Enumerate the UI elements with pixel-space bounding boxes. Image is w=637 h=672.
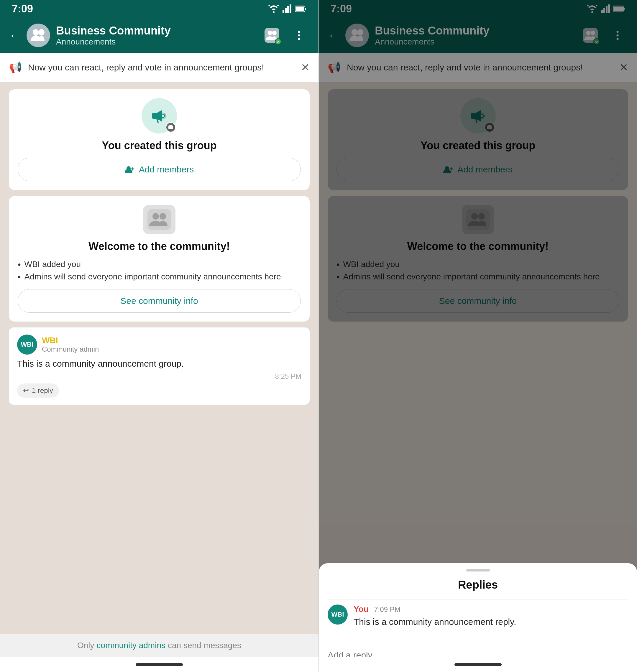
bottom-bar-left: Only community admins can send messages — [0, 634, 318, 657]
svg-rect-6 — [295, 6, 304, 11]
reply-count-left: 1 reply — [32, 386, 53, 395]
reply-avatar-initials: WBI — [331, 611, 344, 618]
wifi-icon — [268, 5, 279, 13]
sender-initials-left: WBI — [21, 341, 34, 348]
svg-point-9 — [38, 29, 44, 35]
status-bar-left: 7:09 — [0, 0, 318, 18]
sender-info-left: WBI Community admin — [42, 336, 99, 353]
svg-point-13 — [298, 31, 300, 33]
reply-btn-left[interactable]: ↩ 1 reply — [17, 384, 59, 398]
header-left: ← Business Community Announcements — [0, 18, 318, 53]
reply-item: WBI You 7:09 PM This is a community anno… — [328, 599, 628, 633]
welcome-icon-left — [143, 205, 176, 234]
home-pill-right — [454, 663, 502, 666]
banner-text-left: Now you can react, reply and vote in ann… — [28, 61, 295, 74]
svg-rect-1 — [285, 8, 287, 13]
see-community-label-left: See community info — [120, 296, 198, 306]
group-icon-circle-left — [142, 98, 177, 133]
green-check-left — [275, 38, 281, 45]
reply-content: You 7:09 PM This is a community announce… — [353, 604, 516, 628]
svg-rect-19 — [147, 209, 171, 230]
add-members-label-left: Add members — [139, 165, 194, 174]
banner-close-left[interactable]: ✕ — [301, 61, 310, 74]
left-panel: 7:09 ← Business Community Announcements — [0, 0, 318, 672]
svg-point-12 — [272, 31, 277, 35]
back-button-left[interactable]: ← — [9, 29, 21, 42]
bottom-prefix-left: Only — [77, 641, 94, 650]
sender-avatar-left: WBI — [17, 335, 37, 355]
svg-rect-2 — [287, 6, 289, 13]
svg-point-14 — [298, 35, 300, 37]
replies-sheet: Replies WBI You 7:09 PM This is a commun… — [319, 563, 637, 672]
reply-header-row: You 7:09 PM — [353, 604, 516, 614]
sheet-handle — [466, 569, 490, 572]
header-avatar-left — [26, 23, 50, 47]
banner-left: 📢 Now you can react, reply and vote in a… — [0, 53, 318, 82]
megaphone-icon-left: 📢 — [9, 61, 22, 74]
welcome-card-left: Welcome to the community! WBI added you … — [9, 196, 310, 321]
bottom-suffix-left: can send messages — [168, 641, 241, 650]
header-subtitle-left: Announcements — [56, 37, 255, 46]
status-time-left: 7:09 — [12, 3, 33, 15]
reply-you-label: You — [353, 604, 369, 614]
camera-badge-left — [166, 122, 176, 132]
message-text-left: This is a community announcement group. — [17, 357, 302, 370]
reply-icon-left: ↩ — [23, 386, 29, 395]
home-indicator-right — [319, 657, 637, 672]
svg-rect-3 — [290, 4, 291, 13]
battery-icon — [295, 5, 307, 12]
chat-message-left: WBI WBI Community admin This is a commun… — [9, 328, 310, 405]
sender-name-left: WBI — [42, 336, 99, 345]
svg-rect-5 — [305, 8, 306, 10]
see-community-btn-left[interactable]: See community info — [18, 289, 301, 313]
header-actions-left — [261, 25, 310, 46]
svg-point-11 — [268, 31, 272, 35]
add-members-btn-left[interactable]: Add members — [18, 158, 301, 181]
svg-rect-0 — [283, 10, 284, 13]
right-panel: 7:09 ← Business Community Announcements — [318, 0, 637, 672]
community-admins-link-left[interactable]: community admins — [97, 641, 165, 650]
bullet-list-left: WBI added you Admins will send everyone … — [18, 259, 301, 283]
sender-row-left: WBI WBI Community admin — [17, 335, 302, 355]
home-indicator-left — [0, 657, 318, 672]
reply-time-label: 7:09 PM — [374, 605, 400, 613]
community-group-icon-left — [147, 209, 171, 230]
reply-text-content: This is a community announcement reply. — [353, 616, 516, 628]
header-title-left: Business Community — [56, 24, 255, 37]
add-members-icon-left — [125, 165, 135, 174]
community-icon-btn-left[interactable] — [261, 25, 283, 46]
svg-point-20 — [152, 213, 159, 220]
bullet2-left: Admins will send everyone important comm… — [24, 272, 281, 281]
reply-avatar: WBI — [328, 604, 348, 624]
svg-point-8 — [33, 29, 39, 35]
bullet1-left: WBI added you — [24, 260, 81, 269]
svg-rect-7 — [28, 25, 49, 46]
sheet-title: Replies — [328, 579, 628, 591]
message-time-left: 8:25 PM — [17, 372, 302, 380]
group-avatar-icon-left — [28, 25, 49, 46]
sender-role-left: Community admin — [42, 345, 99, 353]
welcome-title-left: Welcome to the community! — [89, 240, 230, 253]
svg-point-21 — [160, 213, 166, 220]
svg-point-15 — [298, 38, 300, 40]
created-group-card-left: You created this group Add members — [9, 89, 310, 190]
status-icons-left — [268, 4, 307, 13]
more-button-left[interactable] — [288, 25, 310, 46]
more-icon-left — [294, 30, 304, 41]
header-info-left: Business Community Announcements — [56, 24, 255, 46]
chat-area-left: You created this group Add members — [0, 82, 318, 634]
megaphone-circle-icon-left — [150, 107, 168, 125]
signal-icon — [283, 4, 291, 13]
home-pill-left — [136, 663, 183, 666]
created-group-title-left: You created this group — [102, 139, 216, 152]
